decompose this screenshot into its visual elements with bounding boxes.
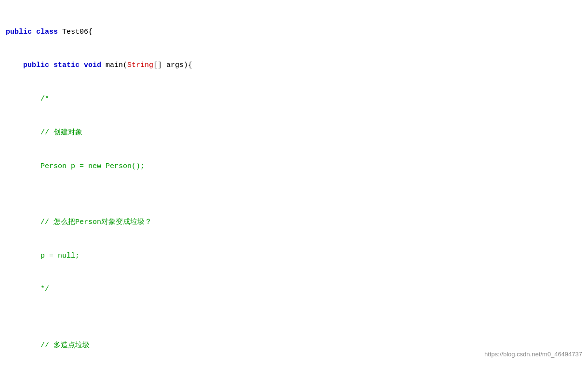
watermark: https://blog.csdn.net/m0_46494737: [484, 350, 582, 359]
line-7: // 怎么把Person对象变成垃圾？: [6, 217, 582, 228]
line-8: p = null;: [6, 250, 582, 261]
line-2: public static void main(String[] args){: [6, 60, 582, 71]
line-5: Person p = new Person();: [6, 161, 582, 172]
line-1: public class Test06{: [6, 26, 582, 38]
line-3: /*: [6, 93, 582, 104]
line-4: // 创建对象: [6, 127, 582, 138]
code-editor: public class Test06{ public static void …: [6, 4, 582, 365]
line-9: */: [6, 284, 582, 295]
